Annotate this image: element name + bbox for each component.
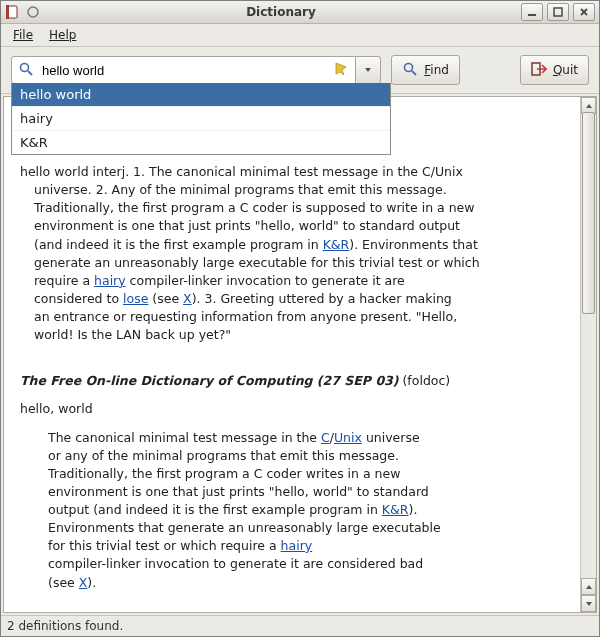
find-icon xyxy=(402,61,418,80)
scroll-down-button[interactable] xyxy=(581,595,596,612)
status-text: 2 definitions found. xyxy=(7,619,123,633)
link-x[interactable]: X xyxy=(183,291,192,306)
svg-point-6 xyxy=(405,63,413,71)
close-button[interactable] xyxy=(573,3,595,21)
search-box[interactable] xyxy=(11,56,356,84)
definition-2: hello, world The canonical minimal test … xyxy=(20,400,564,591)
search-suggestions: hello world hairy K&R xyxy=(11,83,391,155)
svg-point-2 xyxy=(28,7,38,17)
chevron-down-icon xyxy=(363,65,373,75)
link-hairy[interactable]: hairy xyxy=(94,273,126,288)
statusbar: 2 definitions found. xyxy=(1,615,599,636)
svg-point-5 xyxy=(21,63,29,71)
scroll-thumb[interactable] xyxy=(582,112,595,314)
source-heading: The Free On-line Dictionary of Computing… xyxy=(20,372,564,390)
link-hairy[interactable]: hairy xyxy=(281,538,313,553)
window-title: Dictionary xyxy=(45,5,517,19)
app-icon xyxy=(5,4,21,20)
menubar: File Help xyxy=(1,24,599,47)
search-icon xyxy=(18,61,34,80)
menu-file[interactable]: File xyxy=(7,26,39,44)
suggestion-item[interactable]: hello world xyxy=(12,83,390,107)
scroll-track[interactable] xyxy=(581,112,596,582)
suggestion-item[interactable]: K&R xyxy=(12,131,390,154)
content-frame: hello world interj. 1. The canonical min… xyxy=(3,96,597,613)
app-window: Dictionary File Help xyxy=(0,0,600,637)
definition-1: hello world interj. 1. The canonical min… xyxy=(20,163,564,344)
quit-icon xyxy=(531,61,547,80)
scroll-up-button-2[interactable] xyxy=(581,578,596,595)
svg-rect-4 xyxy=(554,8,562,16)
maximize-button[interactable] xyxy=(547,3,569,21)
link-lose[interactable]: lose xyxy=(123,291,148,306)
link-kr[interactable]: K&R xyxy=(323,237,350,252)
menu-help[interactable]: Help xyxy=(43,26,82,44)
link-kr[interactable]: K&R xyxy=(382,502,409,517)
definition-content: hello world interj. 1. The canonical min… xyxy=(4,97,580,612)
toolbar: Find Quit hello world hairy K&R xyxy=(1,47,599,94)
find-button[interactable]: Find xyxy=(391,55,460,85)
svg-rect-3 xyxy=(528,14,536,16)
clear-icon[interactable] xyxy=(333,61,349,80)
titlebar: Dictionary xyxy=(1,1,599,24)
window-menu-icon[interactable] xyxy=(25,4,41,20)
suggestion-item[interactable]: hairy xyxy=(12,107,390,131)
search-dropdown-button[interactable] xyxy=(356,56,381,84)
search-input[interactable] xyxy=(40,62,327,79)
link-c[interactable]: C xyxy=(321,430,330,445)
minimize-button[interactable] xyxy=(521,3,543,21)
vertical-scrollbar[interactable] xyxy=(580,97,596,612)
search-combo xyxy=(11,56,381,84)
svg-rect-1 xyxy=(6,5,9,19)
quit-button[interactable]: Quit xyxy=(520,55,589,85)
link-unix[interactable]: Unix xyxy=(334,430,362,445)
